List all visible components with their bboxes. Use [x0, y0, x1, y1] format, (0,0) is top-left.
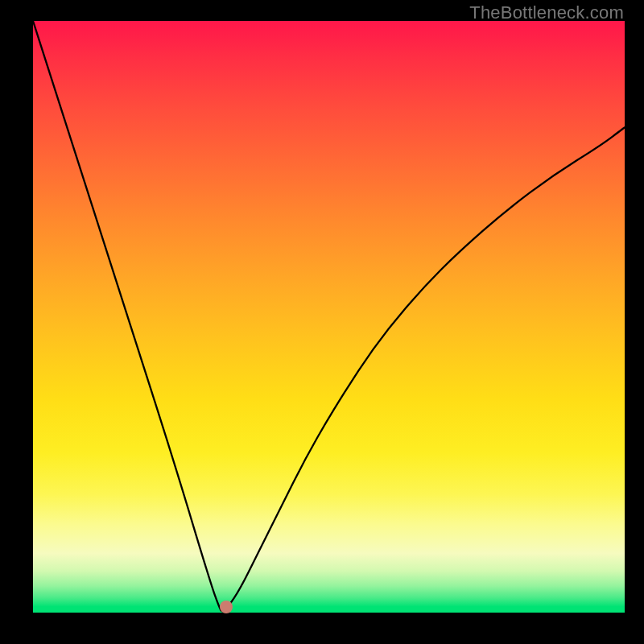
optimal-point-marker	[220, 601, 233, 613]
plot-area	[33, 21, 625, 613]
chart-stage: TheBottleneck.com	[0, 0, 644, 644]
bottleneck-curve	[33, 21, 625, 613]
